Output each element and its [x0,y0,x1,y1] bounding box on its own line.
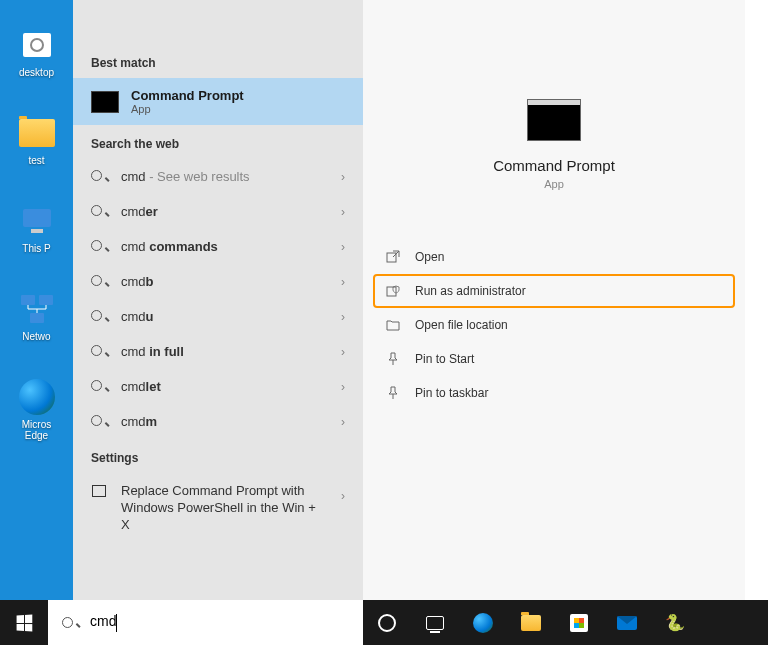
web-result[interactable]: cmder› [73,194,363,229]
task-view-button[interactable] [411,600,459,645]
action-pin-to-start[interactable]: Pin to Start [385,342,723,376]
search-icon [91,309,107,324]
web-result[interactable]: cmdlet› [73,369,363,404]
open-icon [385,250,401,264]
section-search-web: Search the web [73,125,363,159]
search-icon [91,344,107,359]
admin-shield-icon [385,284,401,298]
search-icon [91,274,107,289]
settings-square-icon [91,485,107,497]
desktop-icon-label: Micros Edge [22,419,51,441]
taskbar-search-box[interactable]: cmd [48,600,363,645]
web-result-text: cmdlet [121,379,327,394]
web-result-text: cmdm [121,414,327,429]
search-icon [91,414,107,429]
taskbar-store[interactable] [555,600,603,645]
search-icon [91,379,107,394]
svg-rect-7 [93,486,106,497]
web-result-text: cmdb [121,274,327,289]
python-icon: 🐍 [665,613,685,633]
chevron-right-icon: › [341,275,345,289]
store-icon [570,614,588,632]
preview-subtitle: App [544,178,564,190]
actions-list: Open Run as administrator Open file loca… [363,240,745,410]
web-result-text: cmd commands [121,239,327,254]
web-result-text: cmder [121,204,327,219]
best-match-title: Command Prompt [131,88,244,103]
svg-rect-2 [23,209,51,227]
search-icon [91,169,107,184]
chevron-right-icon: › [341,170,345,184]
desktop-icon-label: desktop [19,67,54,78]
search-icon [91,239,107,254]
chevron-right-icon: › [341,489,345,503]
preview-thumbnail-icon [527,99,581,141]
action-label: Run as administrator [415,284,526,298]
web-result[interactable]: cmdu› [73,299,363,334]
windows-logo-icon [17,614,33,631]
search-icon [91,204,107,219]
web-result[interactable]: cmdb› [73,264,363,299]
desktop-icon-folder[interactable]: test [17,113,57,166]
chevron-right-icon: › [341,345,345,359]
svg-rect-0 [23,33,51,57]
web-result[interactable]: cmd commands› [73,229,363,264]
chevron-right-icon: › [341,310,345,324]
svg-rect-3 [31,229,43,233]
web-result-text: cmd - See web results [121,169,327,184]
taskbar-explorer[interactable] [507,600,555,645]
svg-rect-5 [39,295,53,305]
web-result[interactable]: cmdm› [73,404,363,439]
desktop-icon-thispc[interactable]: This P [17,201,57,254]
taskbar-mail[interactable] [603,600,651,645]
chevron-right-icon: › [341,415,345,429]
start-button[interactable] [0,600,48,645]
search-input-text: cmd [90,613,117,631]
cmd-thumbnail-icon [91,91,119,113]
action-label: Pin to Start [415,352,474,366]
mail-icon [617,616,637,630]
pin-icon [385,386,401,400]
desktop-icon-ini[interactable]: desktop [17,25,57,78]
svg-rect-9 [387,287,396,296]
search-icon [62,615,78,631]
desktop-icon-label: This P [22,243,50,254]
folder-icon [521,615,541,631]
preview-pane: Command Prompt App Open Run as administr… [363,0,745,600]
svg-rect-4 [21,295,35,305]
action-open-file-location[interactable]: Open file location [385,308,723,342]
settings-result-text: Replace Command Prompt with Windows Powe… [121,483,327,534]
svg-rect-6 [30,313,44,323]
section-best-match: Best match [73,44,363,78]
action-run-as-admin[interactable]: Run as administrator [373,274,735,308]
settings-result[interactable]: Replace Command Prompt with Windows Powe… [73,473,363,544]
desktop-icon-network[interactable]: Netwo [17,289,57,342]
desktop-icon-label: Netwo [22,331,50,342]
cortana-icon [378,614,396,632]
taskbar-python[interactable]: 🐍 [651,600,699,645]
desktop-icon-edge[interactable]: Micros Edge [17,377,57,441]
action-label: Pin to taskbar [415,386,488,400]
chevron-right-icon: › [341,240,345,254]
chevron-right-icon: › [341,205,345,219]
search-panel: Best match Command Prompt App Search the… [73,0,745,600]
best-match-result[interactable]: Command Prompt App [73,78,363,125]
best-match-subtitle: App [131,103,244,115]
web-result[interactable]: cmd in full› [73,334,363,369]
section-settings: Settings [73,439,363,473]
web-result[interactable]: cmd - See web results› [73,159,363,194]
svg-rect-8 [387,253,396,262]
preview-title: Command Prompt [493,157,615,174]
action-label: Open [415,250,444,264]
action-pin-to-taskbar[interactable]: Pin to taskbar [385,376,723,410]
task-view-icon [426,616,444,630]
taskbar-edge[interactable] [459,600,507,645]
cortana-button[interactable] [363,600,411,645]
action-open[interactable]: Open [385,240,723,274]
web-result-text: cmdu [121,309,327,324]
desktop-background: desktop test This P Netwo Micros Edge [0,0,73,600]
desktop-icon-label: test [28,155,44,166]
folder-icon [385,318,401,332]
action-label: Open file location [415,318,508,332]
edge-icon [473,613,493,633]
